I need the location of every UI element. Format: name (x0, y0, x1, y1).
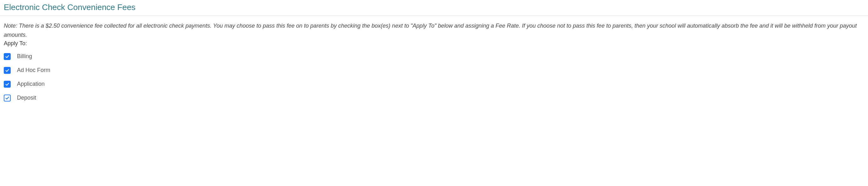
option-adhoc-row: Ad Hoc Form (4, 67, 864, 74)
note-text: Note: There is a $2.50 convenience fee c… (4, 21, 864, 39)
checkbox-adhoc[interactable] (4, 67, 11, 74)
option-application-row: Application (4, 81, 864, 88)
section-content: Note: There is a $2.50 convenience fee c… (0, 16, 868, 101)
option-label: Ad Hoc Form (17, 67, 50, 73)
option-label: Billing (17, 53, 32, 60)
checkbox-application[interactable] (4, 81, 11, 88)
option-billing-row: Billing (4, 53, 864, 60)
check-icon (5, 82, 9, 86)
check-icon (5, 54, 9, 59)
checkbox-billing[interactable] (4, 53, 11, 60)
check-icon (5, 96, 9, 100)
check-icon (5, 68, 9, 72)
apply-to-options: Billing Ad Hoc Form Application (4, 53, 864, 101)
checkbox-deposit[interactable] (4, 95, 11, 101)
option-label: Deposit (17, 95, 36, 101)
option-deposit-row: Deposit (4, 95, 864, 101)
option-label: Application (17, 81, 44, 87)
section-title: Electronic Check Convenience Fees (0, 0, 868, 16)
apply-to-label: Apply To: (4, 40, 864, 47)
